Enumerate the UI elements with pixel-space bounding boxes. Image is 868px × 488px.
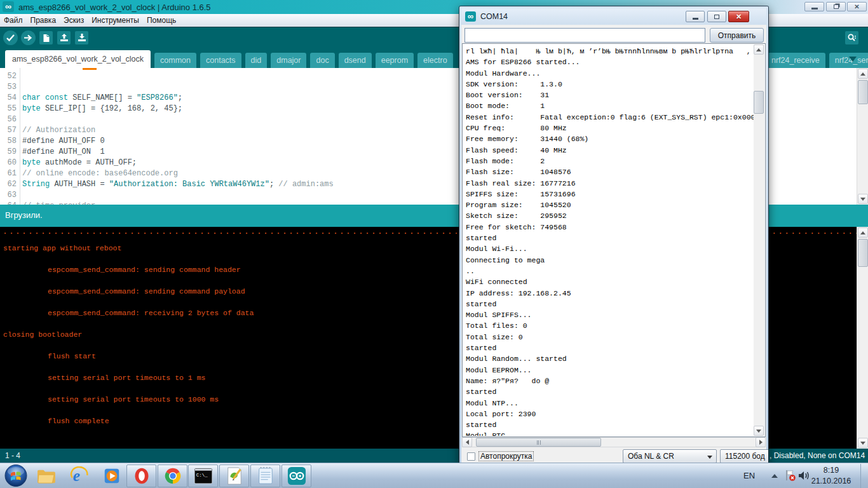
baud-rate-value: 115200 бод [725,452,765,461]
line-number: 54 [0,93,17,104]
serial-window-title: COM14 [480,12,508,21]
serial-horizontal-scrollbar[interactable] [462,437,766,447]
taskbar-item-cmd[interactable]: C:\_ [188,464,218,487]
taskbar-item-opera[interactable] [126,464,156,487]
minimize-button[interactable] [804,2,824,11]
menu-Файл[interactable]: Файл [0,16,27,25]
menu-Эскиз[interactable]: Эскиз [60,16,88,25]
menu-Помощь[interactable]: Помощь [143,16,180,25]
line-number: 52 [0,72,17,83]
close-button[interactable]: ✕ [847,2,867,11]
ide-window-title: ams_esp8266_vol_work_2_vol_clock | Ardui… [18,3,211,12]
tab-electro[interactable]: electro [417,53,453,68]
serial-hscroll-thumb[interactable] [476,438,601,447]
scroll-up-icon[interactable] [858,69,868,79]
tab-did[interactable]: did [245,53,268,68]
serial-send-button[interactable]: Отправить [710,28,764,43]
editor-vertical-scrollbar[interactable] [857,68,868,205]
tab-ams_esp8266_vol_work_2_vol_clock[interactable]: ams_esp8266_vol_work_2_vol_clock [5,50,151,68]
serial-output-text: rl lжћ| ћla| Њ lм b|Ћ, м ’r’bЊ bЊтnnћlnn… [463,44,754,436]
start-button[interactable] [4,464,28,487]
line-number: 63 [0,191,17,201]
arduino-app-icon: ∞ [465,11,476,22]
serial-minimize-button[interactable] [686,11,705,22]
autoscroll-checkbox[interactable] [467,452,475,461]
scroll-left-icon[interactable] [462,437,472,447]
scroll-down-icon[interactable] [858,194,868,204]
serial-monitor-window: ∞ COM14 ✕ Отправить rl lжћ| ћla| Њ lм b|… [459,6,768,466]
serial-monitor-button[interactable] [845,31,858,44]
taskbar-item-notepad[interactable] [250,464,280,487]
serial-close-button[interactable]: ✕ [728,11,749,22]
line-number: 58 [0,137,17,147]
tray-date: 21.10.2016 [808,476,854,487]
scroll-up-icon[interactable] [754,44,764,55]
menu-Правка[interactable]: Правка [27,16,60,25]
menu-Инструменты[interactable]: Инструменты [88,16,143,25]
chevron-down-icon [707,456,712,459]
line-number: 56 [0,115,17,126]
baud-rate-dropdown[interactable]: 115200 бод [720,449,768,463]
status-selection-info: 1 - 4 [5,451,20,460]
tray-show-hidden-icons[interactable] [771,474,778,478]
line-number: 53 [0,83,17,93]
line-number: 57 [0,126,17,137]
taskbar-item-media-player[interactable] [97,464,126,487]
scroll-right-icon[interactable] [756,437,766,447]
tray-clock[interactable]: 8:1921.10.2016 [808,465,854,487]
show-desktop-divider[interactable] [860,464,861,488]
tab-nrf24_receive[interactable]: nrf24_receive [766,53,825,68]
console-scroll-thumb[interactable] [858,239,868,267]
tray-language-indicator[interactable]: EN [743,471,755,480]
line-ending-dropdown[interactable]: Оба NL & CR [623,449,717,463]
open-button[interactable] [57,31,71,44]
action-center-flag-icon[interactable] [785,470,796,485]
save-button[interactable] [75,31,88,44]
line-number: 59 [0,147,17,158]
serial-maximize-button[interactable] [707,11,726,22]
serial-output-area[interactable]: rl lжћ| ћla| Њ lм b|Ћ, м ’r’bЊ bЊтnnћlnn… [462,43,766,437]
taskbar-item-internet-explorer[interactable]: e [64,464,94,487]
tab-list-dropdown-icon[interactable] [849,57,857,62]
scroll-down-icon[interactable] [754,426,764,436]
line-number: 55 [0,104,17,115]
taskbar-item-arduino[interactable] [281,464,311,487]
tab-eeprom[interactable]: eeprom [376,53,414,68]
verify-button[interactable] [3,30,18,45]
new-sketch-button[interactable] [39,31,53,44]
line-number: 60 [0,158,17,169]
serial-vertical-scrollbar[interactable] [754,44,764,436]
svg-text:C:\_: C:\_ [196,473,207,478]
upload-button[interactable] [21,30,36,45]
arduino-app-icon: ∞ [3,1,14,12]
tab-dsend[interactable]: dsend [339,53,372,68]
line-number: 61 [0,169,17,180]
taskbar-item-chrome[interactable] [158,464,187,487]
status-message: Вгрузили. [5,210,43,220]
editor-scroll-thumb[interactable] [858,80,868,104]
console-vertical-scrollbar[interactable] [857,227,868,449]
serial-scroll-thumb[interactable] [754,91,764,114]
tray-time: 8:19 [808,465,854,476]
line-number: 62 [0,180,17,191]
tab-dmajor[interactable]: dmajor [271,53,306,68]
tab-contacts[interactable]: contacts [200,53,241,68]
serial-send-input[interactable] [465,28,705,43]
scroll-down-icon[interactable] [858,438,868,448]
taskbar-item-notepad-plus-plus[interactable] [219,464,249,487]
tab-doc[interactable]: doc [310,53,334,68]
desktop: ∞ ams_esp8266_vol_work_2_vol_clock | Ard… [0,0,868,488]
scroll-up-icon[interactable] [858,227,868,238]
restore-button[interactable] [826,2,846,11]
windows-taskbar: e C:\_ EN 8:1921.10.2016 [0,463,868,488]
line-ending-value: Оба NL & CR [628,452,674,461]
editor-highlight-fragment [83,68,97,70]
taskbar-item-explorer[interactable] [31,464,61,487]
status-port-info: , Disabled, None on COM14 [770,451,865,460]
tab-common[interactable]: common [154,53,196,68]
autoscroll-label[interactable]: Автопрокрутка [479,452,533,461]
